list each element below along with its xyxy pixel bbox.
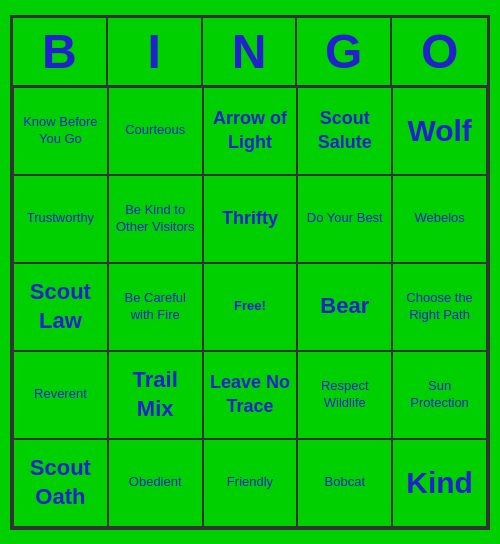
cell-text-2: Arrow of Light: [208, 107, 293, 154]
bingo-cell-2: Arrow of Light: [203, 87, 298, 175]
bingo-cell-9: Webelos: [392, 175, 487, 263]
cell-text-1: Courteous: [125, 122, 185, 139]
cell-text-4: Wolf: [407, 111, 471, 150]
bingo-cell-15: Reverent: [13, 351, 108, 439]
cell-text-23: Bobcat: [325, 474, 365, 491]
cell-text-8: Do Your Best: [307, 210, 383, 227]
bingo-cell-12: Free!: [203, 263, 298, 351]
bingo-cell-6: Be Kind to Other Visitors: [108, 175, 203, 263]
cell-text-17: Leave No Trace: [208, 371, 293, 418]
bingo-cell-23: Bobcat: [297, 439, 392, 527]
bingo-cell-13: Bear: [297, 263, 392, 351]
bingo-header: BINGO: [13, 18, 487, 87]
bingo-cell-19: Sun Protection: [392, 351, 487, 439]
cell-text-24: Kind: [406, 463, 473, 502]
bingo-cell-4: Wolf: [392, 87, 487, 175]
bingo-cell-14: Choose the Right Path: [392, 263, 487, 351]
bingo-letter-g: G: [297, 18, 392, 85]
bingo-card: BINGO Know Before You GoCourteousArrow o…: [10, 15, 490, 530]
bingo-letter-b: B: [13, 18, 108, 85]
cell-text-10: Scout Law: [18, 278, 103, 335]
cell-text-18: Respect Wildlife: [302, 378, 387, 412]
bingo-cell-21: Obedient: [108, 439, 203, 527]
bingo-letter-o: O: [392, 18, 487, 85]
cell-text-12: Free!: [234, 298, 266, 315]
bingo-grid: Know Before You GoCourteousArrow of Ligh…: [13, 87, 487, 527]
bingo-cell-3: Scout Salute: [297, 87, 392, 175]
bingo-cell-20: Scout Oath: [13, 439, 108, 527]
cell-text-16: Trail Mix: [113, 366, 198, 423]
cell-text-0: Know Before You Go: [18, 114, 103, 148]
bingo-cell-0: Know Before You Go: [13, 87, 108, 175]
bingo-cell-16: Trail Mix: [108, 351, 203, 439]
cell-text-5: Trustworthy: [27, 210, 94, 227]
cell-text-9: Webelos: [414, 210, 464, 227]
bingo-cell-22: Friendly: [203, 439, 298, 527]
cell-text-11: Be Careful with Fire: [113, 290, 198, 324]
bingo-cell-18: Respect Wildlife: [297, 351, 392, 439]
cell-text-22: Friendly: [227, 474, 273, 491]
bingo-letter-i: I: [108, 18, 203, 85]
cell-text-21: Obedient: [129, 474, 182, 491]
cell-text-6: Be Kind to Other Visitors: [113, 202, 198, 236]
cell-text-19: Sun Protection: [397, 378, 482, 412]
cell-text-13: Bear: [320, 292, 369, 321]
bingo-cell-7: Thrifty: [203, 175, 298, 263]
cell-text-15: Reverent: [34, 386, 87, 403]
cell-text-7: Thrifty: [222, 207, 278, 230]
bingo-cell-5: Trustworthy: [13, 175, 108, 263]
bingo-cell-1: Courteous: [108, 87, 203, 175]
bingo-cell-10: Scout Law: [13, 263, 108, 351]
bingo-cell-17: Leave No Trace: [203, 351, 298, 439]
cell-text-14: Choose the Right Path: [397, 290, 482, 324]
bingo-cell-11: Be Careful with Fire: [108, 263, 203, 351]
cell-text-3: Scout Salute: [302, 107, 387, 154]
bingo-cell-8: Do Your Best: [297, 175, 392, 263]
bingo-cell-24: Kind: [392, 439, 487, 527]
bingo-letter-n: N: [203, 18, 298, 85]
cell-text-20: Scout Oath: [18, 454, 103, 511]
